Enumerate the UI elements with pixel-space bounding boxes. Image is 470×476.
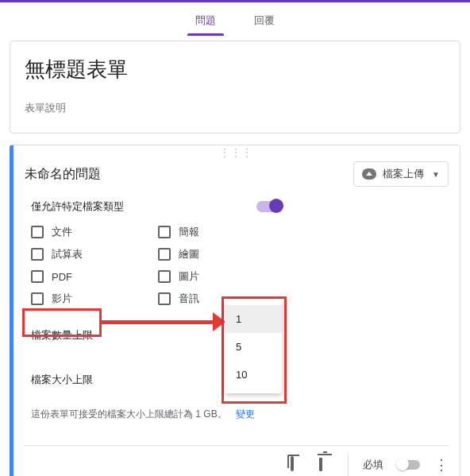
filetype-doc[interactable]: 文件 [31, 225, 150, 239]
duplicate-button[interactable] [291, 458, 305, 472]
tab-responses[interactable]: 回覆 [251, 9, 278, 36]
question-type-label: 檔案上傳 [383, 167, 424, 181]
total-size-info: 這份表單可接受的檔案大小上限總計為 1 GB。 變更 [25, 408, 449, 421]
required-label: 必填 [363, 458, 383, 472]
max-files-option-10[interactable]: 10 [225, 361, 282, 389]
max-files-label: 檔案數量上限 [31, 328, 245, 342]
filetype-grid: 文件 簡報 試算表 繪圖 PDF 圖片 影片 音訊 [25, 225, 449, 306]
more-options-button[interactable]: ⋮ [434, 458, 449, 472]
checkbox-icon [158, 270, 171, 283]
cloud-upload-icon [362, 168, 376, 180]
required-toggle[interactable] [398, 460, 420, 470]
max-size-label: 檔案大小上限 [31, 373, 245, 387]
change-link[interactable]: 變更 [236, 408, 255, 420]
max-files-option-5[interactable]: 5 [225, 333, 282, 361]
delete-button[interactable] [319, 458, 333, 472]
chevron-down-icon: ▼ [432, 170, 440, 179]
checkbox-icon [31, 292, 44, 305]
allow-filetypes-row: 僅允許特定檔案類型 [25, 199, 449, 214]
checkbox-icon [158, 226, 171, 238]
form-title[interactable]: 無標題表單 [25, 56, 445, 83]
allow-filetypes-label: 僅允許特定檔案類型 [31, 199, 124, 214]
question-title[interactable]: 未命名的問題 [25, 166, 101, 183]
tab-questions[interactable]: 問題 [192, 9, 219, 36]
max-files-option-1[interactable]: 1 [225, 305, 282, 333]
drag-handle-icon[interactable]: ⋮⋮⋮ [220, 147, 253, 158]
form-title-card: 無標題表單 表單說明 [10, 41, 460, 134]
form-description[interactable]: 表單說明 [25, 101, 445, 115]
filetype-image[interactable]: 圖片 [158, 269, 277, 284]
checkbox-icon [158, 292, 171, 305]
checkbox-icon [158, 248, 171, 261]
copy-icon [291, 456, 294, 471]
checkbox-icon [31, 248, 44, 261]
question-footer: 必填 ⋮ [25, 445, 449, 476]
tabs: 問題 回覆 [0, 2, 470, 36]
question-header: 未命名的問題 檔案上傳 ▼ [25, 161, 449, 187]
checkbox-icon [31, 270, 44, 283]
filetype-sheet[interactable]: 試算表 [31, 247, 150, 261]
filetype-video[interactable]: 影片 [31, 292, 150, 306]
filetype-pdf[interactable]: PDF [31, 269, 150, 284]
trash-icon [319, 458, 322, 471]
question-type-select[interactable]: 檔案上傳 ▼ [353, 161, 449, 187]
max-files-dropdown: 1 5 10 [225, 300, 282, 393]
filetype-drawing[interactable]: 繪圖 [158, 247, 277, 261]
checkbox-icon [31, 226, 44, 238]
filetype-presentation[interactable]: 簡報 [158, 225, 277, 239]
allow-filetypes-toggle[interactable] [256, 201, 282, 212]
divider [348, 454, 349, 476]
